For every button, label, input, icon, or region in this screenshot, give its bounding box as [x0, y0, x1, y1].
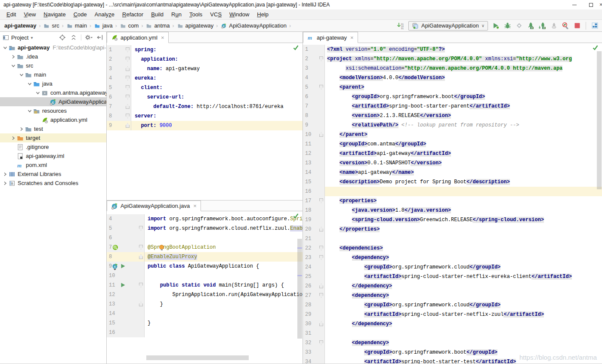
- code-line[interactable]: 4 <modelVersion>4.0.0</modelVersion>: [303, 73, 602, 83]
- code-line[interactable]: 14 <name>api-gateway</name>: [303, 168, 602, 177]
- fold-marker-icon[interactable]: [126, 47, 130, 52]
- menu-navigate[interactable]: Navigate: [40, 10, 69, 19]
- chevron-right-icon[interactable]: [2, 180, 8, 186]
- close-tab-icon[interactable]: ×: [161, 34, 164, 41]
- scrollbar-thumb[interactable]: [297, 239, 302, 339]
- code-line[interactable]: 6 <groupId>org.springframework.boot</gro…: [303, 92, 602, 102]
- fold-marker-icon[interactable]: [126, 66, 130, 71]
- run-with-coverage-icon[interactable]: [515, 22, 523, 30]
- code-text[interactable]: [145, 233, 303, 243]
- spring-gutter-icon[interactable]: [112, 244, 118, 250]
- tree-item-src[interactable]: src: [0, 61, 106, 70]
- code-line[interactable]: 20 </properties>: [303, 225, 602, 234]
- code-line[interactable]: 5import org.springframework.cloud.netfli…: [107, 224, 303, 233]
- tree-item--idea[interactable]: .idea: [0, 52, 106, 61]
- menu-tools[interactable]: Tools: [185, 10, 206, 19]
- code-text[interactable]: }: [145, 299, 303, 309]
- code-line[interactable]: 31: [303, 329, 602, 338]
- menu-refactor[interactable]: Refactor: [118, 10, 147, 19]
- tree-item-java[interactable]: java: [0, 79, 106, 88]
- fold-marker-icon[interactable]: [319, 293, 323, 298]
- code-line[interactable]: 18 <java.version>1.8</java.version>: [303, 206, 602, 215]
- fold-marker-icon[interactable]: [126, 85, 130, 90]
- code-line[interactable]: 21: [303, 234, 602, 244]
- code-text[interactable]: <artifactId>spring-cloud-starter-netflix…: [325, 272, 602, 281]
- code-text[interactable]: public class ApiGatewayApplication {: [145, 262, 303, 271]
- code-line[interactable]: 1<?xml version="1.0" encoding="UTF-8"?>: [303, 45, 602, 54]
- code-text[interactable]: <properties>: [325, 196, 602, 206]
- code-line[interactable]: 3 name: api-gateway: [107, 64, 303, 74]
- fold-marker-icon[interactable]: [319, 227, 323, 231]
- chevron-down-icon[interactable]: [2, 45, 8, 51]
- layout-icon[interactable]: [591, 22, 599, 30]
- chevron-right-icon[interactable]: [2, 171, 8, 177]
- bytecode-viewer-icon[interactable]: 011001: [397, 22, 404, 30]
- menu-help[interactable]: Help: [253, 10, 272, 19]
- code-line[interactable]: 23 <dependency>: [303, 253, 602, 262]
- code-text[interactable]: spring:: [131, 45, 303, 55]
- tree-item-api-gateway[interactable]: api-gatewayF:\test\Code\blog\api-: [0, 43, 106, 52]
- fold-marker-icon[interactable]: [319, 246, 323, 250]
- code-line[interactable]: 10 </parent>: [303, 130, 602, 139]
- code-line[interactable]: 6 service-url:: [107, 93, 303, 102]
- code-text[interactable]: application:: [131, 55, 303, 64]
- code-text[interactable]: <groupId>org.springframework.cloud</grou…: [325, 262, 602, 272]
- code-text[interactable]: port: 9000: [131, 121, 303, 130]
- code-text[interactable]: <java.version>1.8</java.version>: [325, 206, 602, 215]
- code-line[interactable]: 5 <parent>: [303, 83, 602, 92]
- tab-api-gateway-pom[interactable]: m api-gateway ×: [303, 32, 358, 43]
- code-line[interactable]: 8server:: [107, 111, 303, 121]
- run-gutter-icon[interactable]: [120, 282, 126, 288]
- fold-marker-icon[interactable]: [319, 198, 323, 203]
- maximize-button[interactable]: [583, 0, 599, 9]
- code-line[interactable]: 4eureka:: [107, 74, 303, 83]
- code-line[interactable]: 15}: [107, 318, 303, 328]
- breadcrumb-src[interactable]: src: [42, 22, 60, 30]
- tree-item-pom-xml[interactable]: mpom.xml: [0, 160, 106, 170]
- code-line[interactable]: 13 <version>0.0.1-SNAPSHOT</version>: [303, 158, 602, 168]
- code-line[interactable]: 26 </dependency>: [303, 281, 602, 291]
- code-text[interactable]: <artifactId>api-gateway</artifactId>: [325, 149, 602, 158]
- close-tab-icon[interactable]: ×: [350, 34, 354, 41]
- code-text[interactable]: <parent>: [325, 83, 602, 92]
- code-text[interactable]: <modelVersion>4.0.0</modelVersion>: [325, 73, 602, 83]
- menu-analyze[interactable]: Analyze: [91, 10, 118, 19]
- chevron-down-icon[interactable]: [26, 81, 33, 87]
- code-line[interactable]: 12 <artifactId>api-gateway</artifactId>: [303, 149, 602, 158]
- attach-disabled-icon[interactable]: [550, 22, 558, 30]
- gear-icon[interactable]: [85, 34, 93, 41]
- code-text[interactable]: @EnableZuulProxy: [145, 252, 303, 262]
- fold-marker-icon[interactable]: [126, 123, 130, 128]
- code-line[interactable]: 28 <groupId>org.springframework.cloud</g…: [303, 300, 602, 310]
- code-text[interactable]: default-Zone: http://localhost:8761/eure…: [131, 102, 303, 111]
- java-editor[interactable]: 4import org.springframework.boot.autocon…: [107, 211, 303, 364]
- chevron-right-icon[interactable]: [10, 135, 16, 141]
- menu-run[interactable]: Run: [167, 10, 185, 19]
- fold-marker-icon[interactable]: [126, 114, 130, 118]
- fold-marker-icon[interactable]: [126, 57, 130, 62]
- code-line[interactable]: 25 <artifactId>spring-cloud-starter-netf…: [303, 272, 602, 281]
- code-text[interactable]: <groupId>com.antma</groupId>: [325, 139, 602, 149]
- fold-marker-icon[interactable]: [139, 226, 143, 231]
- tree-item-test[interactable]: test: [0, 124, 106, 133]
- code-text[interactable]: <dependencies>: [325, 244, 602, 253]
- code-text[interactable]: service-url:: [131, 93, 303, 102]
- code-line[interactable]: 11 public static void main(String[] args…: [107, 281, 303, 290]
- breadcrumb-apigateway[interactable]: apigateway: [176, 22, 215, 30]
- fold-marker-icon[interactable]: [319, 56, 323, 61]
- chevron-down-icon[interactable]: [18, 72, 25, 78]
- debug-icon[interactable]: [503, 22, 511, 30]
- fold-marker-icon[interactable]: [319, 321, 323, 326]
- code-line[interactable]: 13 }: [107, 299, 303, 309]
- code-text[interactable]: server:: [131, 111, 303, 121]
- code-line[interactable]: 24 <groupId>org.springframework.cloud</g…: [303, 262, 602, 272]
- fold-marker-icon[interactable]: [319, 255, 323, 260]
- code-line[interactable]: 8 <version>2.1.3.RELEASE</version>: [303, 111, 602, 120]
- code-line[interactable]: 9 <relativePath/> <!-- lookup parent fro…: [303, 120, 602, 130]
- code-text[interactable]: <description>Demo project for Spring Boo…: [325, 177, 602, 187]
- tree-item-external-libraries[interactable]: External Libraries: [0, 170, 106, 179]
- run-icon[interactable]: [492, 22, 500, 30]
- code-line[interactable]: 7 default-Zone: http://localhost:8761/eu…: [107, 102, 303, 111]
- close-button[interactable]: ×: [599, 0, 602, 9]
- code-text[interactable]: <name>api-gateway</name>: [325, 168, 602, 177]
